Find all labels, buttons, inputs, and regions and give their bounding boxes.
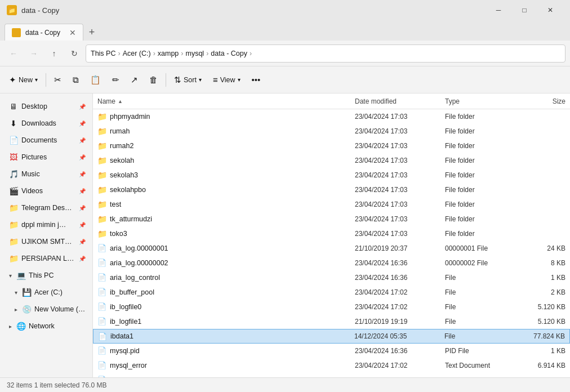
- forward-button[interactable]: →: [25, 44, 43, 63]
- folder-icon: 📁: [97, 127, 106, 136]
- view-label: View: [220, 76, 235, 84]
- sidebar-label-pictures: Pictures: [21, 153, 75, 161]
- sidebar-item-network[interactable]: ▸ 🌐 Network: [2, 318, 90, 335]
- col-header-type[interactable]: Type: [440, 93, 519, 109]
- table-row[interactable]: 📄 ibdata1 14/12/2024 05:35 File 77.824 K…: [93, 329, 570, 344]
- table-row[interactable]: 📁 tk_atturmudzi 23/04/2024 17:03 File fo…: [93, 212, 570, 226]
- sidebar-item-downloads[interactable]: ⬇ Downloads 📌: [2, 115, 90, 132]
- more-button[interactable]: •••: [247, 70, 265, 90]
- table-row[interactable]: 📄 mysql_error 23/04/2024 17:02 Text Docu…: [93, 358, 570, 373]
- back-button[interactable]: ←: [5, 44, 23, 63]
- tab-data-copy[interactable]: data - Copy ✕: [5, 24, 83, 41]
- new-icon: ✦: [9, 75, 16, 85]
- sidebar-item-music[interactable]: 🎵 Music 📌: [2, 166, 90, 182]
- file-type: File folder: [440, 171, 519, 179]
- sidebar-item-this-pc[interactable]: ▾ 💻 This PC: [2, 267, 90, 284]
- delete-button[interactable]: 🗑: [145, 70, 162, 90]
- sidebar-label-new-volume: New Volume (…: [34, 305, 86, 313]
- table-row[interactable]: 📁 sekolahpbo 23/04/2024 17:03 File folde…: [93, 182, 570, 197]
- rename-icon: ✏: [112, 75, 119, 85]
- breadcrumb-acer-c[interactable]: Acer (C:): [123, 50, 151, 57]
- share-button[interactable]: ↗: [126, 70, 142, 90]
- file-name: 📁 sekolah: [93, 156, 350, 165]
- file-icon: 📄: [97, 317, 106, 326]
- sidebar-item-acer-c[interactable]: ▾ 💾 Acer (C:): [2, 284, 90, 301]
- table-row[interactable]: 📁 toko3 23/04/2024 17:03 File folder: [93, 226, 570, 241]
- breadcrumb-sep-4: ›: [206, 50, 208, 57]
- refresh-button[interactable]: ↻: [65, 44, 83, 63]
- sidebar-item-new-volume[interactable]: ▸ 💿 New Volume (…: [2, 301, 90, 318]
- file-name: 📁 test: [93, 200, 350, 209]
- table-row[interactable]: 📄 ib_buffer_pool 23/04/2024 17:02 File 2…: [93, 285, 570, 300]
- file-rows-container: 📁 phpmyadmin 23/04/2024 17:03 File folde…: [93, 109, 570, 377]
- sidebar-label-documents: Documents: [21, 136, 75, 144]
- sidebar-item-dppl[interactable]: 📁 dppl mimin j… 📌: [2, 216, 90, 233]
- file-icon: 📄: [97, 346, 106, 355]
- breadcrumb-mysql[interactable]: mysql: [186, 50, 204, 57]
- table-row[interactable]: 📁 sekolah 23/04/2024 17:03 File folder: [93, 153, 570, 168]
- minimize-button[interactable]: ─: [486, 0, 511, 20]
- new-label: New: [19, 76, 33, 84]
- col-header-size[interactable]: Size: [519, 93, 570, 109]
- breadcrumb-xampp[interactable]: xampp: [158, 50, 179, 57]
- folder-icon: 📁: [97, 200, 106, 209]
- main-area: 🖥 Desktop 📌 ⬇ Downloads 📌 📄 Documents 📌 …: [0, 93, 570, 377]
- file-name: 📄 mysql.pid: [93, 346, 350, 355]
- table-row[interactable]: 📁 sekolah3 23/04/2024 17:03 File folder: [93, 168, 570, 182]
- pictures-icon: 🖼: [9, 153, 18, 162]
- tab-close-button[interactable]: ✕: [69, 28, 76, 37]
- table-row[interactable]: 📁 rumah2 23/04/2024 17:03 File folder: [93, 139, 570, 153]
- file-name: 📄 aria_log.00000001: [93, 244, 350, 253]
- table-row[interactable]: 📄 ib_logfile0 23/04/2024 17:02 File 5.12…: [93, 300, 570, 314]
- file-date: 23/04/2024 17:02: [350, 303, 440, 311]
- paste-button[interactable]: 📋: [86, 70, 105, 90]
- table-row[interactable]: 📁 phpmyadmin 23/04/2024 17:03 File folde…: [93, 109, 570, 124]
- file-date: 23/04/2024 17:03: [350, 201, 440, 208]
- file-type: File folder: [440, 142, 519, 150]
- sidebar-item-persiapan[interactable]: 📁 PERSIAPAN L… 📌: [2, 250, 90, 267]
- rename-button[interactable]: ✏: [108, 70, 124, 90]
- delete-icon: 🗑: [149, 75, 158, 84]
- sidebar-item-documents[interactable]: 📄 Documents 📌: [2, 132, 90, 149]
- sidebar-item-desktop[interactable]: 🖥 Desktop 📌: [2, 98, 90, 115]
- toolbar-divider-2: [166, 73, 166, 87]
- cut-button[interactable]: ✂: [50, 70, 66, 90]
- sort-chevron-icon: ▾: [199, 77, 202, 83]
- table-row[interactable]: 📄 aria_log.00000001 21/10/2019 20:37 000…: [93, 241, 570, 256]
- table-row[interactable]: 📄 mysql.pid 23/04/2024 16:36 PID File 1 …: [93, 344, 570, 358]
- table-row[interactable]: 📄 aria_log_control 23/04/2024 16:36 File…: [93, 270, 570, 285]
- breadcrumb-this-pc[interactable]: This PC: [91, 50, 115, 57]
- maximize-button[interactable]: □: [511, 0, 537, 20]
- close-button[interactable]: ✕: [537, 0, 563, 20]
- new-tab-button[interactable]: +: [83, 24, 100, 41]
- breadcrumb[interactable]: This PC › Acer (C:) › xampp › mysql › da…: [86, 44, 565, 63]
- copy-icon: ⧉: [73, 75, 79, 85]
- file-icon: 📄: [97, 259, 106, 268]
- col-header-name[interactable]: Name ▲: [93, 93, 350, 109]
- view-button[interactable]: ≡ View ▾: [208, 70, 245, 90]
- table-row[interactable]: 📁 rumah 23/04/2024 17:03 File folder: [93, 124, 570, 139]
- copy-button[interactable]: ⧉: [68, 70, 83, 90]
- file-type: Memory Dump File: [440, 376, 519, 378]
- sidebar-label-persiapan: PERSIAPAN L…: [21, 255, 75, 262]
- name-sort-arrow: ▲: [118, 99, 123, 104]
- sidebar-pin-documents: 📌: [79, 137, 86, 144]
- up-button[interactable]: ↑: [45, 44, 63, 63]
- table-row[interactable]: 📁 test 23/04/2024 17:03 File folder: [93, 197, 570, 212]
- table-row[interactable]: 📄 aria_log.00000002 23/04/2024 16:36 000…: [93, 256, 570, 270]
- new-button[interactable]: ✦ New ▾: [5, 70, 42, 90]
- table-row[interactable]: 📄 mysqld.dmp 23/04/2024 16:35 Memory Dum…: [93, 373, 570, 377]
- file-date: 23/04/2024 17:03: [350, 127, 440, 135]
- breadcrumb-data-copy[interactable]: data - Copy: [211, 50, 247, 57]
- file-size: 1 KB: [519, 347, 570, 355]
- col-header-date[interactable]: Date modified: [350, 93, 440, 109]
- file-name: 📁 phpmyadmin: [93, 112, 350, 121]
- folder-icon: 📁: [97, 185, 106, 194]
- sort-button[interactable]: ⇅ Sort ▾: [170, 70, 206, 90]
- table-row[interactable]: 📄 ib_logfile1 21/10/2019 19:19 File 5.12…: [93, 314, 570, 329]
- sidebar-item-telegram[interactable]: 📁 Telegram Des… 📌: [2, 199, 90, 216]
- sidebar-item-pictures[interactable]: 🖼 Pictures 📌: [2, 149, 90, 166]
- sort-label: Sort: [184, 76, 197, 84]
- sidebar-item-ujikom[interactable]: 📁 UJIKOM SMT… 📌: [2, 233, 90, 250]
- sidebar-item-videos[interactable]: 🎬 Videos 📌: [2, 182, 90, 199]
